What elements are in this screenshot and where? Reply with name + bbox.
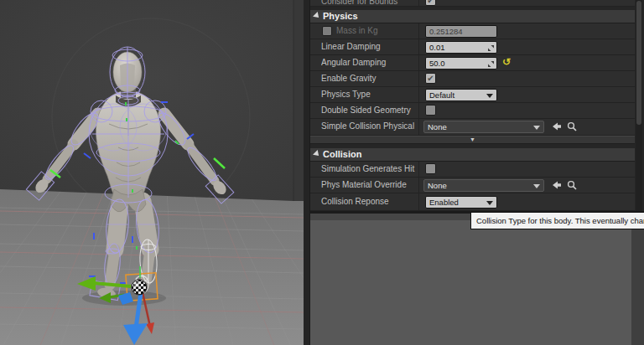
linear-damping-input[interactable]: 0.01 — [425, 41, 497, 54]
physics-section-title: Physics — [323, 10, 358, 23]
advanced-expander[interactable]: ▼ — [310, 136, 635, 144]
double-sided-label: Double Sided Geometry — [321, 103, 417, 118]
use-selected-asset-icon[interactable] — [551, 121, 563, 134]
physics-type-dropdown[interactable]: Default — [425, 89, 497, 101]
row-enable-gravity: Enable Gravity ✔ — [310, 71, 635, 87]
angular-damping-label: Angular Damping — [321, 55, 417, 70]
gizmo-origin-sphere[interactable] — [132, 280, 147, 295]
mass-override-checkbox[interactable] — [322, 26, 332, 36]
row-double-sided-geometry: Double Sided Geometry — [310, 103, 635, 119]
empty-panel-edge — [631, 220, 644, 345]
linear-damping-label: Linear Damping — [321, 39, 417, 54]
angular-damping-input[interactable]: 50.0 — [425, 57, 497, 70]
value-drag-icon[interactable] — [487, 44, 495, 54]
sim-hit-events-checkbox[interactable] — [425, 163, 436, 174]
expand-arrow-icon — [313, 12, 321, 20]
enable-gravity-label: Enable Gravity — [321, 71, 417, 86]
use-selected-asset-icon[interactable] — [551, 179, 563, 193]
viewport-3d[interactable] — [0, 0, 304, 345]
scrollbar-thumb[interactable] — [636, 1, 641, 125]
mass-value-field: 0.251284 — [425, 25, 497, 38]
mass-label: Mass in Kg — [336, 23, 432, 39]
physics-type-label: Physics Type — [321, 87, 417, 102]
value-drag-icon[interactable] — [487, 59, 495, 70]
sim-hit-events-label: Simulation Generates Hit Eve — [321, 162, 417, 177]
row-physics-type: Physics Type Default — [310, 87, 635, 103]
row-mass-in-kg: Mass in Kg 0.251284 — [310, 23, 635, 39]
row-linear-damping: Linear Damping 0.01 — [310, 39, 635, 55]
row-simple-collision-material: Simple Collision Physical Ma None — [310, 119, 635, 136]
collision-section-title: Collision — [323, 148, 361, 161]
simple-collision-label: Simple Collision Physical Ma — [321, 119, 417, 134]
collision-response-dropdown[interactable]: Enabled — [425, 196, 497, 209]
panel-splitter[interactable] — [304, 0, 310, 345]
phys-material-label: Phys Material Override — [321, 178, 417, 193]
details-panel: Consider for Bounds ✔ Physics Mass in Kg… — [310, 0, 644, 345]
collision-response-label: Collision Reponse — [321, 193, 417, 210]
chevron-down-icon — [486, 201, 493, 205]
browse-asset-icon[interactable] — [566, 121, 578, 134]
row-angular-damping: Angular Damping 50.0 ↺ — [310, 55, 635, 71]
enable-gravity-checkbox[interactable]: ✔ — [425, 73, 436, 84]
expand-arrow-icon — [313, 150, 321, 158]
collision-section-header[interactable]: Collision — [310, 148, 635, 162]
phys-material-asset-dropdown[interactable]: None — [423, 179, 544, 192]
browse-asset-icon[interactable] — [566, 179, 578, 193]
row-consider-for-bounds: Consider for Bounds ✔ — [310, 0, 635, 7]
empty-panel-area — [310, 220, 631, 345]
tooltip: Collision Type for this body. This event… — [470, 212, 644, 229]
consider-for-bounds-label: Consider for Bounds — [321, 0, 417, 7]
reset-to-default-icon[interactable]: ↺ — [502, 56, 511, 68]
physics-asset-editor: Consider for Bounds ✔ Physics Mass in Kg… — [0, 0, 644, 345]
chevron-down-icon — [533, 126, 540, 130]
row-phys-material-override: Phys Material Override None — [310, 178, 635, 193]
chevron-down-icon — [533, 184, 540, 188]
simple-collision-asset-dropdown[interactable]: None — [423, 121, 544, 133]
chevron-down-icon — [486, 94, 493, 98]
consider-for-bounds-checkbox[interactable]: ✔ — [425, 0, 436, 6]
viewport-canvas — [0, 0, 304, 345]
row-collision-response: Collision Reponse Enabled — [310, 193, 635, 211]
column-divider — [418, 0, 419, 6]
physics-section-header[interactable]: Physics — [310, 10, 635, 23]
details-scrollbar[interactable] — [636, 0, 642, 211]
double-sided-checkbox[interactable] — [425, 105, 436, 116]
row-simulation-generates-hit-events: Simulation Generates Hit Eve — [310, 162, 635, 178]
